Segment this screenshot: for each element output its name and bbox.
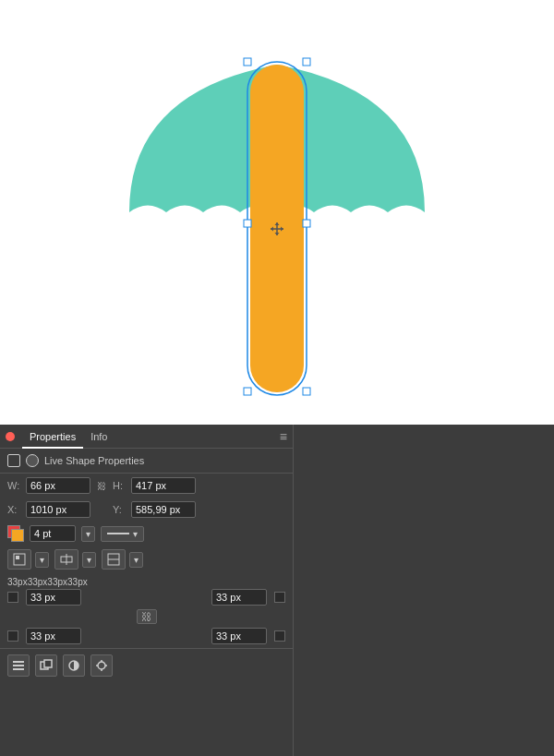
properties-panel: Properties Info ≡ Live Shape Properties … bbox=[0, 425, 294, 756]
svg-rect-7 bbox=[16, 556, 19, 559]
corners-grid: ⛓ bbox=[0, 589, 293, 648]
align-row: ▾ ▾ ▾ bbox=[0, 546, 293, 573]
align-box-2: ▾ bbox=[54, 549, 96, 570]
corner-tl-input[interactable] bbox=[26, 589, 81, 606]
handle-ml bbox=[244, 220, 251, 227]
h-label: H: bbox=[113, 480, 127, 491]
panel-menu-icon[interactable]: ≡ bbox=[280, 429, 287, 444]
context-menu-area: Artboard from Layers...Convert to Smart … bbox=[294, 425, 554, 756]
wh-row: W: ⛓ H: bbox=[0, 474, 293, 498]
corner-radius-label: 33px33px33px33px bbox=[0, 573, 293, 589]
align-btn-1[interactable] bbox=[7, 549, 31, 570]
panel-tab-bar: Properties Info ≡ bbox=[0, 425, 293, 449]
align-box-1: ▾ bbox=[7, 549, 49, 570]
umbrella-svg bbox=[92, 18, 462, 406]
link-wh-icon[interactable]: ⛓ bbox=[94, 478, 109, 493]
svg-rect-13 bbox=[13, 665, 24, 666]
corner-checkbox-br[interactable] bbox=[274, 630, 285, 642]
duplicate-icon-btn[interactable] bbox=[35, 654, 57, 677]
align-box-3: ▾ bbox=[102, 549, 143, 570]
swatch-orange bbox=[11, 529, 24, 542]
panel-close-button[interactable] bbox=[6, 432, 15, 441]
handle-br bbox=[303, 388, 310, 395]
shape-icon bbox=[7, 454, 20, 467]
corner-tr-input[interactable] bbox=[211, 589, 267, 606]
section-title: Live Shape Properties bbox=[44, 455, 144, 466]
handle-tl bbox=[244, 58, 251, 66]
layers-icon-btn[interactable] bbox=[7, 654, 30, 677]
y-label: Y: bbox=[113, 504, 127, 515]
bottom-panels: Properties Info ≡ Live Shape Properties … bbox=[0, 425, 554, 756]
stroke-line bbox=[107, 533, 129, 534]
svg-rect-14 bbox=[13, 668, 24, 670]
corner-row-top bbox=[7, 589, 285, 606]
align-btn-3[interactable] bbox=[102, 549, 126, 570]
stroke-type-dropdown[interactable]: ▾ bbox=[81, 526, 95, 542]
corner-br-input[interactable] bbox=[211, 628, 267, 644]
stroke-color-swatch[interactable] bbox=[7, 525, 24, 542]
live-shape-header: Live Shape Properties bbox=[0, 449, 293, 474]
x-input[interactable] bbox=[26, 501, 90, 518]
stroke-width-input[interactable] bbox=[30, 525, 76, 542]
corner-bl-input[interactable] bbox=[26, 628, 81, 644]
align-btn-2[interactable] bbox=[54, 549, 78, 570]
h-input[interactable] bbox=[131, 477, 196, 494]
tab-info[interactable]: Info bbox=[83, 425, 114, 449]
canvas-area bbox=[0, 0, 554, 425]
xy-row: X: Y: bbox=[0, 498, 293, 522]
align-dropdown-3[interactable]: ▾ bbox=[129, 552, 143, 568]
umbrella-container bbox=[46, 18, 508, 406]
y-input[interactable] bbox=[131, 501, 196, 518]
corner-checkbox-bl[interactable] bbox=[7, 630, 18, 642]
tab-properties[interactable]: Properties bbox=[22, 425, 83, 449]
svg-rect-12 bbox=[13, 661, 24, 663]
mask-icon-btn[interactable] bbox=[63, 654, 85, 677]
stroke-row: ▾ ▾ bbox=[0, 522, 293, 546]
x-label: X: bbox=[7, 504, 22, 515]
handle-mr bbox=[303, 220, 310, 227]
svg-rect-16 bbox=[44, 660, 52, 667]
circle-icon bbox=[26, 454, 39, 467]
stroke-line-preview[interactable]: ▾ bbox=[101, 526, 144, 542]
handle-bl bbox=[244, 388, 251, 395]
handle-tr bbox=[303, 58, 310, 66]
effects-icon-btn[interactable] bbox=[90, 654, 113, 677]
svg-point-18 bbox=[98, 662, 105, 669]
w-label: W: bbox=[7, 480, 22, 491]
corner-row-bottom bbox=[7, 628, 285, 644]
link-chain-row: ⛓ bbox=[7, 607, 285, 626]
link-chain-icon[interactable]: ⛓ bbox=[137, 609, 157, 624]
corner-checkbox-tl[interactable] bbox=[7, 592, 18, 603]
w-input[interactable] bbox=[26, 477, 90, 494]
align-dropdown-1[interactable]: ▾ bbox=[35, 552, 49, 568]
corner-checkbox-tr[interactable] bbox=[274, 592, 285, 603]
properties-toolbar bbox=[0, 648, 293, 682]
align-dropdown-2[interactable]: ▾ bbox=[82, 552, 96, 568]
